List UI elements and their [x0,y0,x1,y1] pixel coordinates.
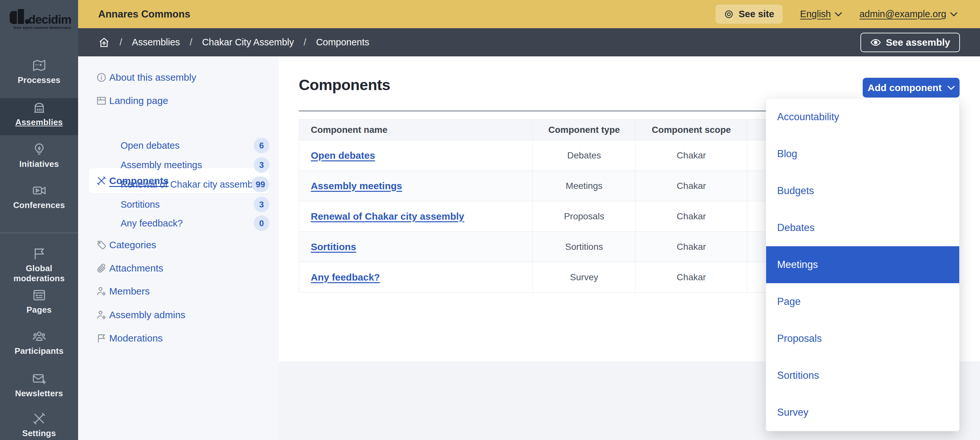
decidim-logo[interactable]: decidim free open-source democracy [10,8,71,30]
breadcrumb-separator: / [189,37,192,48]
subnav-item-label: Attachments [109,263,163,274]
eye-icon [870,37,881,48]
dropdown-item-sortitions[interactable]: Sortitions [766,357,959,394]
decidim-logo-mark [10,8,26,25]
subnav-members[interactable]: Members [78,284,279,299]
component-scope: Chakar [635,140,747,171]
map-icon [32,58,47,73]
breadcrumb-components[interactable]: Components [316,37,369,48]
tools-icon [32,411,47,426]
count-badge: 6 [254,138,269,153]
count-badge: 3 [254,197,269,212]
browser-icon [32,288,47,303]
sidebar-item-label: Global moderations [0,264,78,283]
column-header-type: Component type [533,119,635,140]
subnav-item-label: About this assembly [109,72,196,83]
organization-name: Annares Commons [98,8,190,20]
breadcrumb-assemblies[interactable]: Assemblies [132,37,180,48]
dropdown-item-accountability[interactable]: Accountability [766,98,959,135]
component-type: Survey [533,262,635,292]
info-icon [96,72,107,83]
mail-plus-icon [32,371,47,386]
component-link[interactable]: Any feedback? [311,272,380,283]
language-selector[interactable]: English [800,9,842,19]
sidebar-item-assemblies[interactable]: Assemblies [0,100,78,127]
chevron-down-icon [835,12,842,16]
dropdown-item-debates[interactable]: Debates [766,209,959,246]
page-title: Components [299,76,945,94]
component-link[interactable]: Assembly meetings [311,181,402,191]
subnav-moderations[interactable]: Moderations [78,331,279,345]
breadcrumb-separator: / [304,37,306,48]
subnav-about-assembly[interactable]: About this assembly [78,70,279,84]
dropdown-item-blog[interactable]: Blog [766,135,959,172]
see-site-button[interactable]: See site [716,5,783,24]
subnav-landing-page[interactable]: Landing page [78,94,279,108]
subnav-assembly-meetings[interactable]: Assembly meetings 3 [78,158,279,172]
subnav-sortitions[interactable]: Sortitions 3 [78,197,279,211]
add-component-label: Add component [867,82,942,93]
component-type: Proposals [533,201,635,232]
main-sidebar: decidim free open-source democracy Proce… [0,0,78,440]
sidebar-item-label: Initiatives [0,159,78,169]
component-scope: Chakar [635,171,747,201]
chevron-down-icon [948,86,955,90]
subnav-any-feedback[interactable]: Any feedback? 0 [78,216,279,230]
subnav-child-label: Open debates [121,140,180,151]
component-type: Meetings [533,171,635,201]
sidebar-item-label: Conferences [0,200,78,210]
breadcrumb-bar: / Assemblies / Chakar City Assembly / Co… [78,28,980,56]
user-email: admin@example.org [859,9,946,19]
subnav-assembly-admins[interactable]: Assembly admins [78,308,279,322]
sidebar-item-participants[interactable]: Participants [0,329,78,356]
dropdown-item-proposals[interactable]: Proposals [766,320,959,357]
sidebar-item-conferences[interactable]: Conferences [0,183,78,210]
sidebar-item-processes[interactable]: Processes [0,58,78,85]
column-header-scope: Component scope [635,119,747,140]
dropdown-item-page[interactable]: Page [766,283,959,320]
topbar: Annares Commons See site English admin@e… [78,0,980,28]
bank-icon [32,100,47,115]
add-component-dropdown: Accountability Blog Budgets Debates Meet… [766,98,959,431]
subnav-item-label: Members [109,286,150,297]
decidim-admin-app: Annares Commons See site English admin@e… [0,0,980,440]
sidebar-item-settings[interactable]: Settings [0,411,78,438]
sidebar-item-label: Pages [0,305,78,315]
sidebar-divider [0,233,78,233]
tag-icon [96,240,107,251]
component-type: Debates [533,140,635,171]
component-type: Sortitions [533,232,635,262]
breadcrumb-chakar-city-assembly[interactable]: Chakar City Assembly [202,37,294,48]
component-link[interactable]: Open debates [311,150,375,161]
sidebar-item-initiatives[interactable]: Initiatives [0,142,78,169]
paperclip-icon [96,263,107,274]
component-scope: Chakar [635,201,747,232]
home-icon[interactable] [98,37,110,48]
subnav-categories[interactable]: Categories [78,238,279,252]
subnav-item-label: Assembly admins [109,310,185,321]
subnav-attachments[interactable]: Attachments [78,261,279,275]
dropdown-item-survey[interactable]: Survey [766,394,959,431]
sidebar-item-pages[interactable]: Pages [0,288,78,315]
subnav-renewal-assembly[interactable]: Renewal of Chakar city assembly 99 [78,177,279,192]
dropdown-item-meetings[interactable]: Meetings [766,246,959,283]
sidebar-item-newsletters[interactable]: Newsletters [0,371,78,399]
subnav-item-label: Landing page [109,95,168,106]
subnav-open-debates[interactable]: Open debates 6 [78,138,279,152]
sidebar-item-global-moderations[interactable]: Global moderations [0,246,78,283]
see-site-label: See site [738,9,774,19]
subnav-child-label: Any feedback? [121,218,183,229]
lightbulb-icon [32,142,47,157]
component-link[interactable]: Sortitions [311,241,356,252]
see-assembly-button[interactable]: See assembly [861,33,960,52]
sidebar-item-label: Processes [0,75,78,85]
subnav-item-label: Moderations [109,333,163,344]
add-component-button[interactable]: Add component [863,78,959,97]
dropdown-item-budgets[interactable]: Budgets [766,172,959,209]
user-menu[interactable]: admin@example.org [859,9,957,19]
decidim-logo-text: decidim [28,14,71,25]
subnav-child-label: Renewal of Chakar city assembly [121,179,259,190]
video-camera-icon [32,183,47,198]
count-badge: 99 [251,176,269,192]
component-link[interactable]: Renewal of Chakar city assembly [311,211,465,222]
